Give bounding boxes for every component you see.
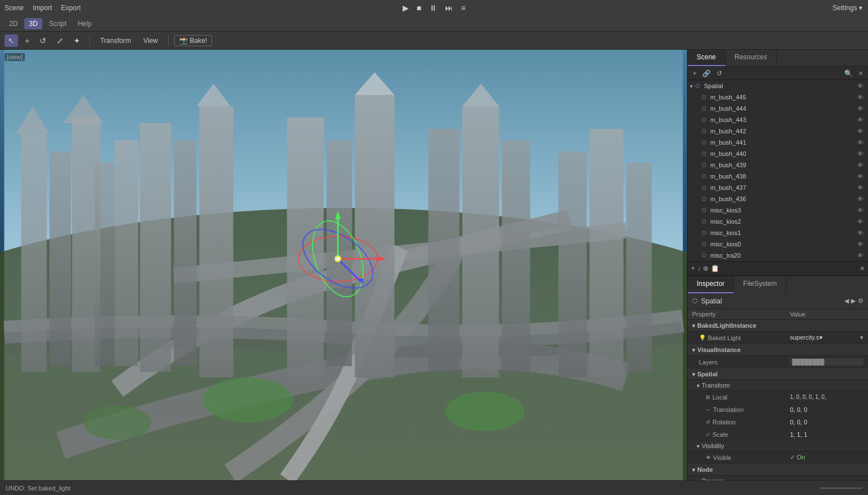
visibility-icon-7[interactable]: 👁 (857, 173, 863, 180)
visibility-icon-3[interactable]: 👁 (857, 128, 863, 134)
menu-import[interactable]: Import (33, 4, 52, 12)
transform-menu[interactable]: Transform (96, 35, 135, 46)
bottom-close[interactable]: × (860, 264, 865, 273)
mesh-icon-2: ⬡ (700, 116, 708, 124)
tree-root[interactable]: ▾ ⬡ Spatial 👁 (688, 80, 868, 92)
section-baked-light-instance[interactable]: BakedLightInstance (688, 320, 868, 332)
baked-light-dropdown-arrow[interactable]: ▾ (860, 334, 863, 341)
tree-item-0[interactable]: ⬡ m_bush_445 👁 (688, 92, 868, 103)
tree-item-4[interactable]: ⬡ m_bush_441 👁 (688, 137, 868, 148)
tree-item-1[interactable]: ⬡ m_bush_444 👁 (688, 103, 868, 114)
mesh-icon-5: ⬡ (700, 150, 708, 158)
tree-item-6[interactable]: ⬡ m_bush_439 👁 (688, 159, 868, 171)
scene-filter[interactable]: 🔍 (843, 69, 854, 78)
menu-scene[interactable]: Scene (5, 4, 24, 12)
inspector-body: BakedLightInstance 💡 Baked Light superci… (688, 320, 868, 480)
rotation-value[interactable]: 0, 0, 0 (790, 419, 863, 425)
scale-value[interactable]: 1, 1, 1 (790, 431, 863, 438)
visible-value[interactable]: ✓ On (790, 454, 863, 461)
stop-button[interactable]: ■ (414, 2, 424, 14)
tree-item-2[interactable]: ⬡ m_bush_443 👁 (688, 114, 868, 125)
section-spatial[interactable]: Spatial (688, 368, 868, 380)
scene-add-node[interactable]: + (691, 69, 698, 78)
scene-refresh[interactable]: ↺ (715, 69, 724, 78)
nav-right-button[interactable]: ▶ (851, 297, 856, 305)
tab-2d[interactable]: 2D (5, 18, 22, 29)
tree-item-9[interactable]: ⬡ m_bush_436 👁 (688, 193, 868, 205)
visibility-icon-2[interactable]: 👁 (857, 116, 863, 123)
tab-filesystem[interactable]: FileSystem (734, 276, 786, 293)
visibility-icon-6[interactable]: 👁 (857, 162, 863, 168)
tree-item-7[interactable]: ⬡ m_bush_438 👁 (688, 171, 868, 182)
bottom-add[interactable]: + (691, 264, 695, 272)
visibility-icon-4[interactable]: 👁 (857, 139, 863, 146)
visibility-icon-14[interactable]: 👁 (857, 252, 863, 259)
subsection-transform[interactable]: Transform (688, 380, 868, 391)
city-scene-svg (0, 50, 687, 480)
more-button[interactable]: ≡ (458, 2, 468, 14)
tool-rotate[interactable]: ↺ (36, 34, 50, 47)
translation-value[interactable]: 0, 0, 0 (790, 406, 863, 413)
inspector-header: ⬡ Spatial ◀ ▶ ⚙ (688, 293, 868, 309)
tool-add[interactable]: + (21, 34, 33, 47)
nav-left-button[interactable]: ◀ (844, 297, 849, 305)
scene-link[interactable]: 🔗 (701, 69, 712, 78)
status-right-info: ▪▪▪▪▪▪▪▪▪▪▪▪▪▪▪▪▪▪▪▪▪ (821, 485, 862, 491)
visibility-icon-9[interactable]: 👁 (857, 196, 863, 202)
baked-light-label: 💡 Baked Light (699, 335, 790, 341)
tool-select[interactable]: ↖ (5, 34, 18, 47)
tree-item-3[interactable]: ⬡ m_bush_442 👁 (688, 125, 868, 137)
tree-item-12[interactable]: ⬡ misc_kios1 👁 (688, 227, 868, 238)
visibility-icon-1[interactable]: 👁 (857, 105, 863, 112)
subsection-visibility[interactable]: Visibility (688, 441, 868, 451)
tree-item-8[interactable]: ⬡ m_bush_437 👁 (688, 182, 868, 193)
visibility-icon-11[interactable]: 👁 (857, 218, 863, 225)
step-button[interactable]: ⏭ (442, 2, 456, 14)
tab-resources[interactable]: Resources (726, 50, 776, 66)
tool-transform[interactable]: ✦ (70, 34, 84, 47)
play-button[interactable]: ▶ (400, 2, 412, 14)
tab-script[interactable]: Script (45, 18, 71, 29)
inspector-settings-button[interactable]: ⚙ (858, 297, 863, 305)
bottom-clipboard[interactable]: 📋 (711, 264, 719, 272)
viewport[interactable]: [view] (0, 50, 687, 480)
pause-button[interactable]: ⏸ (426, 2, 440, 14)
tool-scale[interactable]: ⤢ (53, 34, 67, 47)
tree-item-14[interactable]: ⬡ misc_tra20 👁 (688, 250, 868, 261)
mesh-icon-10: ⬡ (700, 206, 708, 214)
visibility-icon-5[interactable]: 👁 (857, 150, 863, 157)
tree-item-11[interactable]: ⬡ misc_kios2 👁 (688, 216, 868, 227)
visibility-icon-10[interactable]: 👁 (857, 207, 863, 214)
layers-value[interactable]: ████████ (790, 358, 863, 366)
local-value[interactable]: 1, 0, 0, 0, 1, 0, (790, 394, 863, 400)
settings-button[interactable]: Settings ▾ (827, 0, 868, 16)
section-visual-instance[interactable]: VisualInstance (688, 344, 868, 356)
mesh-icon-7: ⬡ (700, 172, 708, 180)
tree-item-5[interactable]: ⬡ m_bush_440 👁 (688, 148, 868, 159)
bottom-down[interactable]: ↓ (697, 264, 701, 272)
tab-inspector[interactable]: Inspector (688, 276, 734, 293)
tab-scene[interactable]: Scene (688, 50, 726, 66)
section-node[interactable]: Node (688, 464, 868, 476)
prop-visible: 👁 Visible ✓ On (688, 451, 868, 464)
view-menu[interactable]: View (139, 35, 162, 46)
tree-item-13[interactable]: ⬡ misc_kios0 👁 (688, 238, 868, 250)
visibility-icon-root[interactable]: 👁 (857, 82, 863, 89)
bottom-add2[interactable]: ⊕ (703, 264, 709, 272)
node-name-6: m_bush_439 (710, 162, 857, 168)
tab-3d[interactable]: 3D (24, 18, 42, 29)
bake-button[interactable]: 📸 Bake! (174, 35, 212, 46)
scene-close[interactable]: × (857, 68, 865, 78)
baked-light-value[interactable]: supercity.s▾ ▾ (790, 334, 863, 341)
subsection-process[interactable]: Process (688, 476, 868, 480)
visibility-icon-13[interactable]: 👁 (857, 241, 863, 248)
viewport-background (0, 50, 687, 480)
prop-rotation: ↺ Rotation 0, 0, 0 (688, 416, 868, 428)
tree-item-10[interactable]: ⬡ misc_kios3 👁 (688, 205, 868, 216)
visibility-icon-12[interactable]: 👁 (857, 229, 863, 236)
menu-export[interactable]: Export (61, 4, 81, 12)
scale-label: ⤢ Scale (706, 431, 790, 438)
tab-help[interactable]: Help (73, 18, 96, 29)
visibility-icon-0[interactable]: 👁 (857, 94, 863, 101)
visibility-icon-8[interactable]: 👁 (857, 184, 863, 191)
